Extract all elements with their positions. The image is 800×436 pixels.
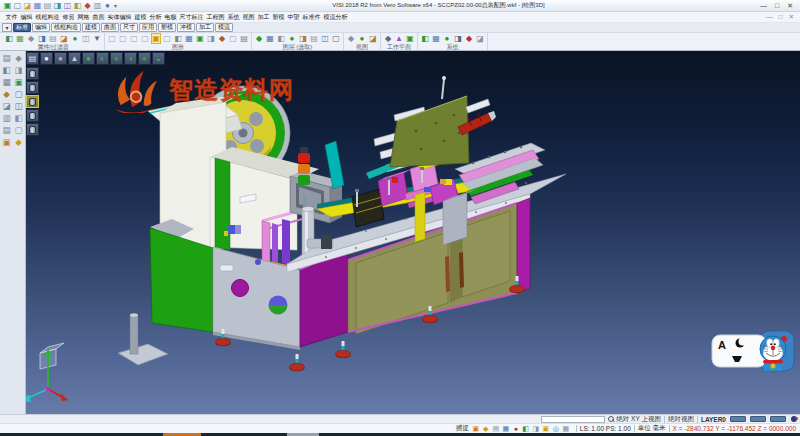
layer-ball-icon[interactable]: ● — [287, 33, 297, 44]
help-icon[interactable]: ● — [103, 1, 112, 10]
view-pen-icon[interactable]: ◆ — [346, 33, 356, 44]
ime-letter[interactable]: A — [718, 339, 726, 351]
menu-曲面[interactable]: 曲面 — [91, 13, 106, 22]
snap-grid-icon[interactable]: ▤ — [492, 425, 500, 433]
wp-cursor-icon[interactable]: ◆ — [383, 33, 393, 44]
shade-edge-icon[interactable] — [26, 123, 39, 136]
layer-rows-icon[interactable]: ▤ — [309, 33, 319, 44]
wp-plane-icon[interactable]: ▣ — [405, 33, 415, 44]
redo-icon[interactable]: ▥ — [93, 1, 102, 10]
mdi-control-0[interactable]: — — [766, 13, 773, 21]
paste-icon[interactable]: ◧ — [73, 1, 82, 10]
copy-icon[interactable]: ◫ — [63, 1, 72, 10]
rotate-iso-icon[interactable]: ◒ — [152, 52, 165, 65]
filter-type-icon[interactable]: ◨ — [37, 33, 47, 44]
toolbar-tab-尺寸[interactable]: 尺寸 — [120, 23, 138, 32]
new-file-icon[interactable]: ▢ — [13, 1, 22, 10]
gfx-refresh-icon[interactable]: ▢ — [107, 33, 117, 44]
gfx-box2-icon[interactable]: ▢ — [129, 33, 139, 44]
menu-分析[interactable]: 分析 — [148, 13, 163, 22]
rotate-front-icon[interactable]: ◐ — [96, 52, 109, 65]
gfx-box5-icon[interactable]: ▢ — [228, 33, 238, 44]
sys-red-icon[interactable]: ◆ — [464, 33, 474, 44]
toolbar-tab-曲面[interactable]: 曲面 — [101, 23, 119, 32]
menu-工程图[interactable]: 工程图 — [205, 13, 226, 22]
gfx-mat-icon[interactable]: ◆ — [217, 33, 227, 44]
tab-menu-button[interactable]: ▾ — [2, 23, 12, 32]
sb-corner-icon[interactable]: ▢ — [13, 125, 24, 136]
minimize-button[interactable]: — — [760, 1, 767, 11]
command-input[interactable] — [541, 416, 605, 423]
toolbar-tab-模流[interactable]: 模流 — [215, 23, 233, 32]
sb-plane-icon[interactable]: ▢ — [13, 89, 24, 100]
menu-实体编辑[interactable]: 实体编辑 — [106, 13, 133, 22]
menu-建模[interactable]: 建模 — [133, 13, 148, 22]
sb-lamp-icon[interactable]: ◆ — [13, 137, 24, 148]
snap-tan-icon[interactable]: ◧ — [522, 425, 530, 433]
view-ball-icon[interactable]: ● — [357, 33, 367, 44]
view-list-icon[interactable]: ▤ — [26, 52, 39, 65]
toolbar-tab-标准[interactable]: 标准 — [13, 23, 31, 32]
menu-塑模[interactable]: 塑模 — [271, 13, 286, 22]
search-icon[interactable] — [608, 416, 614, 422]
menu-电极[interactable]: 电极 — [163, 13, 178, 22]
plot-icon[interactable]: ◨ — [53, 1, 62, 10]
menu-系统[interactable]: 系统 — [226, 13, 241, 22]
menu-加工[interactable]: 加工 — [256, 13, 271, 22]
menu-线框构造[interactable]: 线框构造 — [34, 13, 61, 22]
shade-hidden-icon[interactable] — [26, 81, 39, 94]
menu-网格[interactable]: 网格 — [76, 13, 91, 22]
gfx-shade-icon[interactable]: ▣ — [151, 33, 161, 44]
view-shaded-icon[interactable]: ● — [40, 52, 53, 65]
layer-box-icon[interactable]: ◨ — [298, 33, 308, 44]
sys-folder-icon[interactable]: ◪ — [475, 33, 485, 44]
layer-swatch-3[interactable] — [770, 416, 786, 422]
gfx-box3-icon[interactable]: ▢ — [140, 33, 150, 44]
gfx-env-icon[interactable]: ▤ — [239, 33, 249, 44]
sb-sheet-icon[interactable]: ◫ — [13, 101, 24, 112]
layer-empty-icon[interactable]: ▢ — [331, 33, 341, 44]
attr-style-icon[interactable]: ◆ — [26, 33, 36, 44]
filter-plane-icon[interactable]: ▤ — [48, 33, 58, 44]
rotate-back-icon[interactable]: ● — [138, 52, 151, 65]
filter-down-icon[interactable]: ▼ — [92, 33, 102, 44]
snap-mid-icon[interactable]: ◆ — [482, 425, 490, 433]
save-icon[interactable]: ▦ — [33, 1, 42, 10]
sb-select-icon[interactable]: ▤ — [1, 53, 12, 64]
undo-icon[interactable]: ◆ — [83, 1, 92, 10]
view-iso-icon[interactable]: ▲ — [68, 52, 81, 65]
snap-near-icon[interactable]: ◎ — [552, 425, 560, 433]
sb-curve-icon[interactable]: ◆ — [1, 89, 12, 100]
layer-col-icon[interactable]: ◫ — [320, 33, 330, 44]
mdi-control-2[interactable]: ✕ — [789, 13, 794, 21]
toolbar-tab-塑模[interactable]: 塑模 — [158, 23, 176, 32]
snap-quad-icon[interactable]: ▣ — [542, 425, 550, 433]
attr-layer-icon[interactable]: ▦ — [15, 33, 25, 44]
view-box-icon[interactable]: ◪ — [368, 33, 378, 44]
view-gray-icon[interactable]: ● — [54, 52, 67, 65]
sb-paint-icon[interactable]: ▣ — [1, 137, 12, 148]
gfx-box1-icon[interactable]: ▢ — [118, 33, 128, 44]
toolbar-tab-加工[interactable]: 加工 — [196, 23, 214, 32]
sb-check-icon[interactable]: ▣ — [13, 77, 24, 88]
sb-erase-icon[interactable]: ◆ — [13, 53, 24, 64]
view-ref-label[interactable]: 绝对 XY 上视图 — [616, 415, 661, 424]
sys-ball-icon[interactable]: ● — [442, 33, 452, 44]
filter-list-icon[interactable]: ◫ — [81, 33, 91, 44]
shade-wire-icon[interactable] — [26, 67, 39, 80]
menu-修剪[interactable]: 修剪 — [61, 13, 76, 22]
open-file-icon[interactable]: ◪ — [23, 1, 32, 10]
shade-solid-icon[interactable] — [26, 95, 39, 108]
snap-point-icon[interactable]: ▣ — [472, 425, 480, 433]
wp-axis-icon[interactable]: ▲ — [394, 33, 404, 44]
sb-rotate-icon[interactable]: ◨ — [13, 65, 24, 76]
sb-surf-icon[interactable]: ◪ — [1, 101, 12, 112]
toolbar-tab-冲模[interactable]: 冲模 — [177, 23, 195, 32]
layer-half-icon[interactable]: ◧ — [276, 33, 286, 44]
gfx-shade2-icon[interactable]: ◨ — [206, 33, 216, 44]
sb-box-icon[interactable]: ▥ — [1, 113, 12, 124]
menu-文件[interactable]: 文件 — [4, 13, 19, 22]
gfx-green-icon[interactable]: ▣ — [195, 33, 205, 44]
app-logo-icon[interactable]: ▣ — [3, 1, 12, 10]
menu-中望[interactable]: 中望 — [286, 13, 301, 22]
